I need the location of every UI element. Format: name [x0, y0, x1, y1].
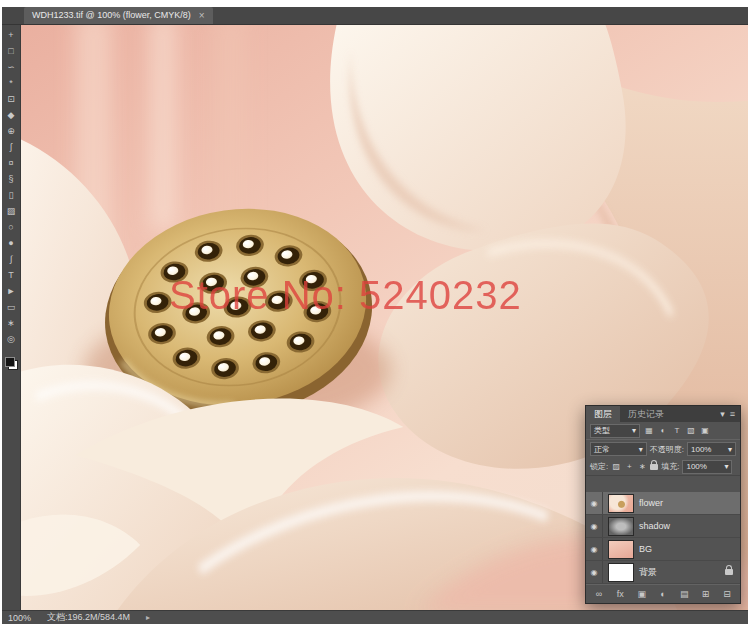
layer-name: flower [639, 498, 663, 508]
delete-layer-icon[interactable]: ⊟ [722, 589, 732, 599]
blur-tool[interactable]: ○ [4, 221, 19, 234]
pen-tool[interactable]: ∫ [4, 253, 19, 266]
blend-row: 正常 ▾ 不透明度: 100% ▾ [586, 440, 740, 458]
visibility-eye-icon[interactable]: ◉ [586, 538, 603, 560]
type-tool[interactable]: T [4, 269, 19, 282]
pixel-layer-filter-icon[interactable]: ▦ [644, 426, 654, 435]
opacity-label: 不透明度: [650, 444, 684, 455]
layer-row-shadow[interactable]: ◉ shadow [586, 515, 740, 538]
layers-panel: 图层 历史记录 ▾ ≡ 类型 ▾ ▦ [585, 405, 741, 604]
fill-select[interactable]: 100% ▾ [682, 460, 732, 474]
layers-list: ◉ flower ◉ shadow ◉ BG [586, 476, 740, 584]
layer-row-flower[interactable]: ◉ flower [586, 492, 740, 515]
zoom-tool[interactable]: ◎ [4, 333, 19, 346]
adjustment-layer-filter-icon[interactable]: ◐ [658, 426, 668, 435]
workspace: + □ ∽ * ⊡ ◆ ⊕ ʃ ¤ § ▯ ▨ ○ ● ∫ T ► ▭ ∗ ◎ [2, 25, 748, 610]
lock-position-icon[interactable]: ∗ [637, 462, 647, 471]
eyedropper-tool[interactable]: ◆ [4, 109, 19, 122]
chevron-down-icon: ▾ [724, 462, 728, 471]
foreground-color-swatch[interactable] [5, 357, 15, 367]
lock-transparency-icon[interactable]: ▨ [611, 462, 621, 471]
layers-panel-header: 图层 历史记录 ▾ ≡ [586, 406, 740, 422]
visibility-eye-icon[interactable]: ◉ [586, 561, 603, 583]
panel-menu-icon[interactable]: ≡ [730, 409, 735, 419]
document-tab-title: WDH1233.tif @ 100% (flower, CMYK/8) [32, 11, 191, 20]
tab-history[interactable]: 历史记录 [620, 406, 672, 422]
gradient-tool[interactable]: ▨ [4, 205, 19, 218]
move-tool[interactable]: + [4, 29, 19, 42]
layer-filter-row: 类型 ▾ ▦ ◐ T ▧ ▣ [586, 422, 740, 440]
layer-mask-icon[interactable]: ▣ [637, 589, 647, 599]
link-layers-icon[interactable]: ∞ [594, 589, 604, 599]
photoshop-window: WDH1233.tif @ 100% (flower, CMYK/8) × + … [2, 7, 748, 624]
layer-style-icon[interactable]: fx [615, 589, 625, 599]
layer-thumbnail[interactable] [608, 494, 634, 513]
layer-row-background[interactable]: ◉ 背景 [586, 561, 740, 584]
lock-all-icon[interactable] [650, 464, 658, 470]
visibility-eye-icon[interactable]: ◉ [586, 492, 603, 514]
healing-brush-tool[interactable]: ⊕ [4, 125, 19, 138]
brush-tool[interactable]: ʃ [4, 141, 19, 154]
opacity-value: 100% [691, 445, 711, 454]
chevron-down-icon: ▾ [639, 445, 643, 454]
panel-collapse-icon[interactable]: ▾ [720, 409, 725, 419]
hand-tool[interactable]: ∗ [4, 317, 19, 330]
layer-row-bg[interactable]: ◉ BG [586, 538, 740, 561]
blend-mode-select[interactable]: 正常 ▾ [590, 442, 647, 456]
status-options-arrow-icon[interactable]: ▸ [146, 613, 150, 622]
layer-name: shadow [639, 521, 670, 531]
new-layer-icon[interactable]: ⊞ [701, 589, 711, 599]
adjustment-layer-icon[interactable]: ◐ [658, 589, 668, 599]
document-tab-bar: WDH1233.tif @ 100% (flower, CMYK/8) × [2, 7, 748, 25]
tab-close-icon[interactable]: × [199, 11, 205, 20]
shape-tool[interactable]: ▭ [4, 301, 19, 314]
fill-value: 100% [686, 462, 706, 471]
photoshop-screenshot: WDH1233.tif @ 100% (flower, CMYK/8) × + … [0, 0, 750, 637]
eraser-tool[interactable]: ▯ [4, 189, 19, 202]
zoom-level[interactable]: 100% [8, 613, 31, 623]
lock-pixels-icon[interactable]: + [624, 462, 634, 471]
blend-mode-value: 正常 [594, 444, 610, 455]
smart-object-filter-icon[interactable]: ▣ [700, 426, 710, 435]
visibility-eye-icon[interactable]: ◉ [586, 515, 603, 537]
fill-label: 填充: [661, 461, 679, 472]
color-swatches[interactable] [5, 357, 18, 370]
document-canvas[interactable]: Store No: 5240232 图层 历史记录 ▾ ≡ 类型 [21, 25, 748, 610]
store-watermark: Store No: 5240232 [169, 273, 522, 318]
layer-name: 背景 [639, 566, 657, 579]
shape-layer-filter-icon[interactable]: ▧ [686, 426, 696, 435]
tools-panel: + □ ∽ * ⊡ ◆ ⊕ ʃ ¤ § ▯ ▨ ○ ● ∫ T ► ▭ ∗ ◎ [2, 25, 21, 610]
layers-panel-footer: ∞ fx ▣ ◐ ▤ ⊞ ⊟ [586, 584, 740, 603]
lasso-tool[interactable]: ∽ [4, 61, 19, 74]
document-size-info: 文档:196.2M/584.4M [47, 611, 130, 624]
status-bar: 100% 文档:196.2M/584.4M ▸ [2, 610, 748, 624]
layer-name: BG [639, 544, 652, 554]
layer-filter-label: 类型 [594, 425, 610, 436]
marquee-tool[interactable]: □ [4, 45, 19, 58]
layer-thumbnail[interactable] [608, 517, 634, 536]
clone-stamp-tool[interactable]: ¤ [4, 157, 19, 170]
dodge-tool[interactable]: ● [4, 237, 19, 250]
magic-wand-tool[interactable]: * [4, 77, 19, 90]
lock-label: 锁定: [590, 461, 608, 472]
document-tab[interactable]: WDH1233.tif @ 100% (flower, CMYK/8) × [24, 7, 213, 24]
path-selection-tool[interactable]: ► [4, 285, 19, 298]
chevron-down-icon: ▾ [728, 445, 732, 454]
background-lock-icon [725, 569, 733, 575]
crop-tool[interactable]: ⊡ [4, 93, 19, 106]
opacity-select[interactable]: 100% ▾ [687, 442, 736, 456]
tab-layers[interactable]: 图层 [586, 406, 620, 422]
history-brush-tool[interactable]: § [4, 173, 19, 186]
layer-thumbnail[interactable] [608, 540, 634, 559]
type-layer-filter-icon[interactable]: T [672, 426, 682, 435]
lock-row: 锁定: ▨ + ∗ 填充: 100% ▾ [586, 458, 740, 476]
layer-group-icon[interactable]: ▤ [679, 589, 689, 599]
layer-filter-select[interactable]: 类型 ▾ [590, 424, 640, 438]
layer-thumbnail[interactable] [608, 563, 634, 582]
chevron-down-icon: ▾ [632, 426, 636, 435]
